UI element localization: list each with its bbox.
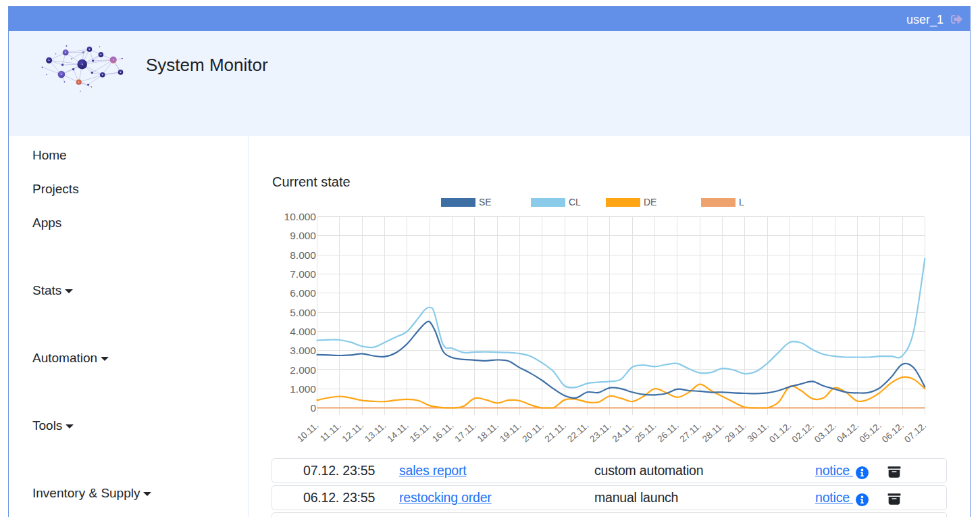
svg-text:29.11.: 29.11.	[723, 420, 748, 444]
svg-text:28.11.: 28.11.	[700, 420, 725, 444]
svg-text:07.12.: 07.12.	[902, 420, 928, 445]
svg-text:25.11.: 25.11.	[633, 420, 658, 444]
svg-text:4.000: 4.000	[290, 326, 316, 337]
svg-text:22.11.: 22.11.	[565, 420, 590, 444]
svg-text:9.000: 9.000	[290, 230, 316, 241]
svg-text:16.11.: 16.11.	[430, 420, 455, 444]
svg-text:12.11.: 12.11.	[340, 420, 365, 444]
svg-text:0: 0	[310, 402, 316, 414]
svg-text:15.11.: 15.11.	[408, 420, 433, 444]
svg-text:24.11.: 24.11.	[611, 420, 636, 444]
svg-text:14.11.: 14.11.	[385, 420, 410, 444]
svg-text:6.000: 6.000	[290, 287, 316, 299]
svg-text:5.000: 5.000	[290, 307, 316, 318]
svg-text:01.12.: 01.12.	[767, 420, 793, 445]
svg-text:7.000: 7.000	[290, 268, 316, 280]
svg-text:04.12.: 04.12.	[835, 420, 860, 445]
svg-text:2.000: 2.000	[290, 364, 316, 376]
svg-text:03.12.: 03.12.	[813, 420, 838, 445]
svg-text:21.11.: 21.11.	[543, 420, 568, 444]
svg-text:19.11.: 19.11.	[498, 420, 523, 444]
svg-text:20.11.: 20.11.	[520, 420, 545, 444]
svg-text:10.000: 10.000	[284, 211, 317, 222]
svg-text:11.11.: 11.11.	[318, 420, 343, 444]
svg-text:02.12.: 02.12.	[790, 420, 816, 445]
svg-text:3.000: 3.000	[290, 345, 316, 356]
svg-text:10.11.: 10.11.	[295, 420, 320, 444]
svg-text:05.12.: 05.12.	[858, 420, 883, 445]
svg-text:8.000: 8.000	[290, 249, 316, 261]
svg-text:17.11.: 17.11.	[453, 420, 478, 444]
svg-text:27.11.: 27.11.	[678, 420, 703, 444]
svg-text:13.11.: 13.11.	[363, 420, 388, 444]
svg-text:18.11.: 18.11.	[475, 420, 500, 444]
svg-text:1.000: 1.000	[290, 383, 316, 395]
svg-text:06.12.: 06.12.	[880, 420, 906, 445]
svg-text:30.11.: 30.11.	[746, 420, 771, 444]
svg-text:23.11.: 23.11.	[588, 420, 613, 444]
svg-text:26.11.: 26.11.	[655, 420, 680, 444]
